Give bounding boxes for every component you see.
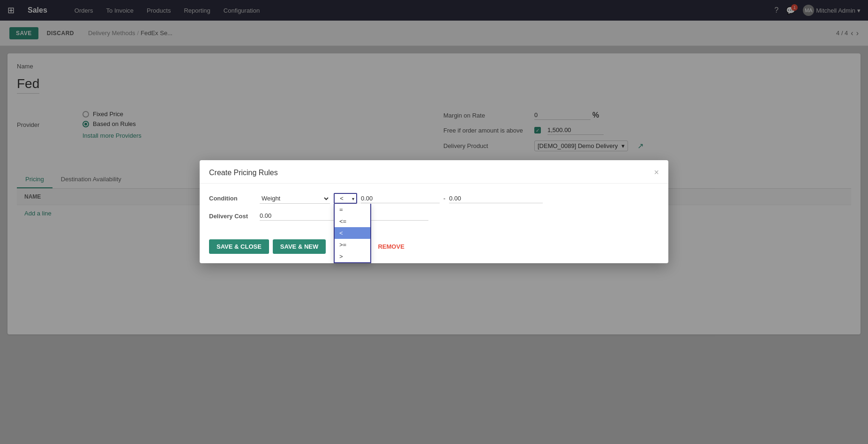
close-icon[interactable]: × — [654, 168, 659, 178]
modal-footer: SAVE & CLOSE SAVE & NEW DISCARD REMOVE — [200, 239, 668, 263]
delivery-cost-label: Delivery Cost — [209, 213, 256, 220]
operator-dropdown: = <= < >= > — [334, 204, 371, 263]
operator-option-lt[interactable]: < — [335, 227, 370, 239]
modal-title: Create Pricing Rules — [209, 169, 278, 177]
delivery-cost-row: Delivery Cost + — [209, 211, 659, 221]
chevron-down-icon: ▾ — [352, 196, 354, 201]
operator-button[interactable]: < ▾ — [334, 193, 357, 204]
condition-dash: - — [443, 195, 445, 202]
condition-value-to[interactable] — [449, 194, 543, 203]
modal-create-pricing-rules: Create Pricing Rules × Condition Weight … — [200, 160, 668, 263]
condition-field-select[interactable]: Weight — [260, 193, 330, 204]
operator-selected-value: < — [340, 195, 344, 202]
modal-body: Condition Weight < ▾ = <= < >= > - — [200, 184, 668, 239]
save-close-button[interactable]: SAVE & CLOSE — [209, 239, 269, 254]
cost-input[interactable] — [260, 211, 338, 221]
modal-header: Create Pricing Rules × — [200, 160, 668, 184]
condition-row: Condition Weight < ▾ = <= < >= > - — [209, 193, 659, 204]
operator-dropdown-wrapper: < ▾ = <= < >= > — [334, 193, 357, 204]
condition-label: Condition — [209, 195, 256, 202]
operator-option-eq[interactable]: = — [335, 204, 370, 215]
operator-option-gt[interactable]: > — [335, 251, 370, 262]
condition-value-from[interactable] — [361, 194, 440, 203]
remove-button[interactable]: REMOVE — [372, 239, 410, 254]
save-new-button[interactable]: SAVE & NEW — [273, 239, 326, 254]
operator-option-gte[interactable]: >= — [335, 239, 370, 251]
operator-option-lte[interactable]: <= — [335, 215, 370, 227]
